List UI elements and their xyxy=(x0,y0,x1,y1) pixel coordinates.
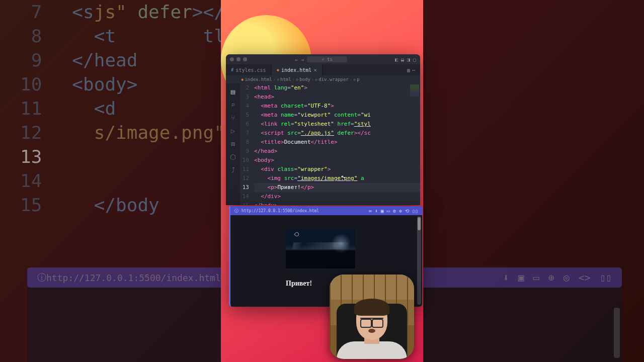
presenter-webcam xyxy=(330,275,414,359)
command-center[interactable]: ⌕ ts xyxy=(307,56,347,62)
tab-close-icon[interactable]: × xyxy=(313,67,317,73)
split-editor-icon[interactable]: ▥ xyxy=(407,67,410,73)
tab-index-html[interactable]: ◆ index.html × xyxy=(272,64,323,75)
download-icon[interactable]: ⬇ xyxy=(375,208,378,214)
device-icon[interactable]: ▭ xyxy=(387,208,390,214)
preview-scrollbar[interactable] xyxy=(417,216,421,305)
background-scrollbar xyxy=(614,308,620,358)
globe-icon[interactable]: ⊕ xyxy=(393,208,396,214)
layout-full-icon[interactable]: ▢ xyxy=(413,57,416,62)
preview-url[interactable]: http://127.0.0.1:5500/index.html xyxy=(242,209,366,213)
nav-fwd-icon[interactable]: → xyxy=(301,57,304,62)
line-gutter: 2 3 4 5 6 7 8 9 10 11 12 13 14 15 xyxy=(240,83,254,205)
tab-label: styles.css xyxy=(235,67,266,73)
preview-image xyxy=(286,229,355,268)
globe-icon: ⊕ xyxy=(548,272,554,284)
maximize-icon[interactable] xyxy=(243,57,247,61)
layout-left-icon[interactable]: ◧ xyxy=(395,57,398,62)
extensions-icon[interactable]: ⊞ xyxy=(231,140,235,148)
camera-icon[interactable]: ▣ xyxy=(381,208,384,214)
split-icon: ▯▯ xyxy=(600,272,612,284)
css-file-icon: # xyxy=(231,67,233,72)
link-icon[interactable]: ∞ xyxy=(369,208,372,214)
html-file-icon: ◆ xyxy=(241,77,244,82)
vscode-titlebar[interactable]: ← → ⌕ ts ◧ ⬓ ◨ ▢ xyxy=(226,54,420,64)
device-icon: ▭ xyxy=(533,272,539,284)
code-icon: <> xyxy=(579,272,591,284)
download-icon: ⬇ xyxy=(503,272,509,284)
source-control-icon[interactable]: ⑂ xyxy=(231,114,235,122)
info-icon[interactable]: ⓘ xyxy=(234,208,238,214)
share-icon[interactable]: ⤴ xyxy=(231,166,235,174)
editor-tabs: # styles.css ◆ index.html × ▥ ⋯ xyxy=(226,64,420,75)
minimap[interactable] xyxy=(410,84,419,97)
html-file-icon: ◆ xyxy=(277,67,279,72)
run-debug-icon[interactable]: ▷ xyxy=(231,127,235,135)
search-icon[interactable]: ⌕ xyxy=(231,101,235,109)
code-content[interactable]: <html lang="en"> <head> <meta charset="U… xyxy=(254,83,420,205)
preview-toolbar: ⓘ http://127.0.0.1:5500/index.html ∞ ⬇ ▣… xyxy=(230,206,422,215)
vscode-window[interactable]: ← → ⌕ ts ◧ ⬓ ◨ ▢ # styles.css ◆ index.ht… xyxy=(226,54,420,205)
layout-bottom-icon[interactable]: ⬓ xyxy=(401,57,404,62)
code-editor[interactable]: 2 3 4 5 6 7 8 9 10 11 12 13 14 15 <html … xyxy=(240,83,420,205)
camera-icon: ▣ xyxy=(518,272,524,284)
nav-back-icon[interactable]: ← xyxy=(295,57,298,62)
testing-icon[interactable]: ⬡ xyxy=(230,153,236,161)
breadcrumb[interactable]: ◆ index.html› ⟐html› ⟐body› ⟐div.wrapper… xyxy=(226,75,420,83)
background-url: http://127.0.0.1:5500/index.html xyxy=(46,273,221,283)
close-icon[interactable] xyxy=(230,57,234,61)
split-icon[interactable]: ▯▯ xyxy=(412,208,418,214)
layout-right-icon[interactable]: ◨ xyxy=(407,57,410,62)
more-icon[interactable]: ⋯ xyxy=(412,67,415,73)
activity-bar: ▤ ⌕ ⑂ ▷ ⊞ ⬡ ⤴ xyxy=(226,83,240,205)
tab-styles-css[interactable]: # styles.css xyxy=(226,64,272,75)
inspect-icon[interactable]: ⟲ xyxy=(405,208,409,214)
minimize-icon[interactable] xyxy=(236,57,240,61)
tab-label: index.html xyxy=(281,67,311,73)
explorer-icon[interactable]: ▤ xyxy=(231,87,235,96)
target-icon: ◎ xyxy=(564,272,570,284)
gear-icon[interactable]: ✻ xyxy=(399,208,402,214)
tab-actions[interactable]: ▥ ⋯ xyxy=(402,64,420,75)
phone-crop-region: ← → ⌕ ts ◧ ⬓ ◨ ▢ # styles.css ◆ index.ht… xyxy=(221,0,423,362)
